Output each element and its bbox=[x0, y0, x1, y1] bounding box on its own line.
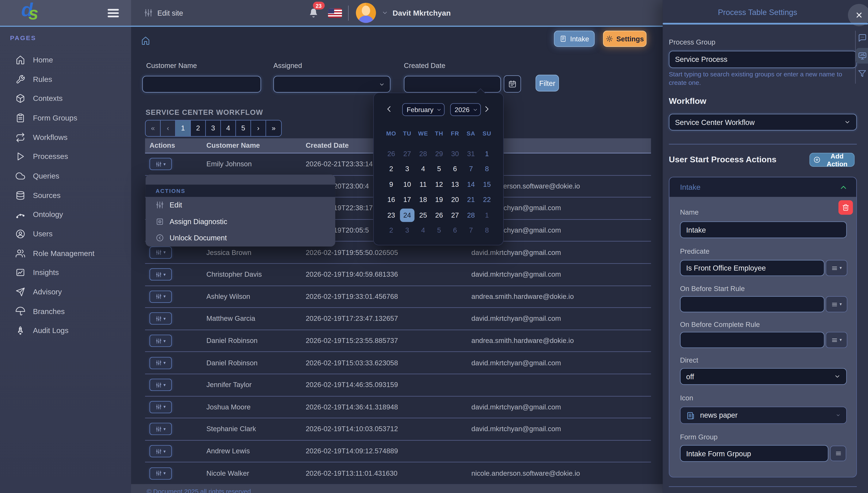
calendar-day[interactable]: 26 bbox=[383, 146, 399, 162]
row-actions-button[interactable]: ▾ bbox=[149, 379, 172, 391]
sidebar-item-workflows[interactable]: Workflows bbox=[0, 128, 131, 147]
edit-site-button[interactable]: Edit site bbox=[144, 0, 183, 26]
calendar-day[interactable]: 3 bbox=[399, 223, 415, 238]
row-actions-button[interactable]: ▾ bbox=[149, 357, 172, 369]
calendar-toggle-button[interactable] bbox=[504, 76, 521, 93]
sidebar-item-ontology[interactable]: Ontology bbox=[0, 205, 131, 224]
calendar-day[interactable]: 6 bbox=[447, 162, 463, 177]
sidebar-item-rules[interactable]: Rules bbox=[0, 70, 131, 89]
customer-name-input[interactable] bbox=[142, 76, 261, 92]
row-actions-button[interactable]: ▾ bbox=[149, 158, 172, 170]
chevron-down-icon[interactable] bbox=[381, 9, 388, 16]
calendar-day[interactable]: 17 bbox=[399, 192, 415, 208]
actions-menu-item-unlock-document[interactable]: Unlock Document bbox=[146, 230, 335, 246]
form-group-menu-button[interactable] bbox=[830, 446, 846, 461]
calendar-day[interactable]: 1 bbox=[479, 208, 495, 223]
calendar-day[interactable]: 23 bbox=[383, 208, 399, 223]
row-actions-button[interactable]: ▾ bbox=[149, 291, 172, 303]
pagination-cell-5[interactable]: 4 bbox=[221, 121, 236, 136]
calendar-day-selected[interactable]: 24 bbox=[400, 208, 415, 222]
row-actions-button[interactable]: ▾ bbox=[149, 467, 172, 479]
calendar-day[interactable]: 6 bbox=[447, 223, 463, 238]
calendar-day[interactable]: 25 bbox=[415, 208, 431, 223]
before-complete-rule-menu-button[interactable]: ▾ bbox=[826, 332, 847, 348]
sidebar-item-form-groups[interactable]: Form Groups bbox=[0, 108, 131, 128]
before-start-rule-menu-button[interactable]: ▾ bbox=[826, 296, 847, 312]
intake-button[interactable]: Intake bbox=[554, 30, 595, 47]
before-start-rule-input[interactable] bbox=[680, 296, 824, 312]
sidebar-item-processes[interactable]: Processes bbox=[0, 147, 131, 166]
user-name[interactable]: Davit Mkrtchyan bbox=[393, 9, 451, 17]
row-actions-button[interactable]: ▾ bbox=[149, 401, 172, 413]
sidebar-item-home[interactable]: Home bbox=[0, 50, 131, 70]
calendar-day[interactable]: 28 bbox=[415, 146, 431, 162]
year-select[interactable]: 2026 bbox=[450, 103, 481, 116]
process-board-tab-icon[interactable] bbox=[858, 51, 867, 60]
pagination-cell-6[interactable]: 5 bbox=[236, 121, 251, 136]
comments-tab-icon[interactable] bbox=[858, 34, 867, 42]
calendar-day[interactable]: 11 bbox=[415, 177, 431, 192]
before-complete-rule-input[interactable] bbox=[680, 332, 824, 348]
calendar-day[interactable]: 27 bbox=[399, 146, 415, 162]
calendar-day[interactable]: 31 bbox=[463, 146, 479, 162]
calendar-day[interactable]: 19 bbox=[431, 192, 447, 208]
pagination-cell-4[interactable]: 3 bbox=[206, 121, 221, 136]
row-actions-button[interactable]: ▾ bbox=[149, 313, 172, 325]
column-header-actions[interactable]: Actions bbox=[145, 142, 201, 149]
sidebar-item-queries[interactable]: Queries bbox=[0, 166, 131, 186]
pagination-cell-8[interactable]: » bbox=[266, 121, 281, 136]
pagination-cell-0[interactable]: « bbox=[146, 121, 161, 136]
sidebar-item-insights[interactable]: Insights bbox=[0, 263, 131, 282]
predicate-menu-button[interactable]: ▾ bbox=[826, 260, 847, 276]
calendar-day[interactable]: 7 bbox=[463, 223, 479, 238]
created-date-input[interactable] bbox=[404, 76, 501, 92]
language-flag-button[interactable] bbox=[328, 8, 342, 18]
process-group-input[interactable] bbox=[669, 51, 857, 68]
calendar-day[interactable]: 18 bbox=[415, 192, 431, 208]
filter-tab-icon[interactable] bbox=[858, 69, 866, 78]
previous-month-button[interactable] bbox=[385, 105, 393, 113]
pagination-cell-7[interactable]: › bbox=[251, 121, 266, 136]
user-avatar[interactable] bbox=[356, 3, 376, 23]
calendar-day[interactable]: 4 bbox=[415, 162, 431, 177]
calendar-day[interactable]: 15 bbox=[479, 177, 495, 192]
predicate-input[interactable] bbox=[680, 260, 824, 276]
calendar-day[interactable]: 13 bbox=[447, 177, 463, 192]
calendar-day[interactable]: 2 bbox=[383, 223, 399, 238]
row-actions-button[interactable]: ▾ bbox=[149, 335, 172, 347]
settings-button[interactable]: Settings bbox=[603, 30, 647, 47]
calendar-day[interactable]: 22 bbox=[479, 192, 495, 208]
column-header-customer-name[interactable]: Customer Name bbox=[201, 142, 300, 149]
direct-select[interactable]: off bbox=[680, 368, 847, 385]
icon-select[interactable]: news paper bbox=[680, 407, 847, 424]
calendar-day[interactable]: 5 bbox=[431, 223, 447, 238]
calendar-day[interactable]: 27 bbox=[447, 208, 463, 223]
row-actions-button[interactable]: ▾ bbox=[149, 269, 172, 281]
sidebar-toggle-button[interactable] bbox=[108, 9, 120, 17]
sidebar-item-audit-logs[interactable]: Audit Logs bbox=[0, 321, 131, 340]
assigned-select[interactable] bbox=[273, 76, 390, 92]
sidebar-item-branches[interactable]: Branches bbox=[0, 302, 131, 321]
workflow-select[interactable]: Service Center Workflow bbox=[669, 114, 857, 130]
calendar-day[interactable]: 7 bbox=[463, 162, 479, 177]
accordion-header[interactable]: Intake bbox=[669, 177, 856, 197]
sidebar-item-advisory[interactable]: Advisory bbox=[0, 282, 131, 302]
app-logo[interactable]: ds bbox=[21, 1, 46, 24]
calendar-day[interactable]: 9 bbox=[383, 177, 399, 192]
calendar-day[interactable]: 10 bbox=[399, 177, 415, 192]
form-group-input[interactable] bbox=[680, 445, 828, 462]
calendar-day[interactable]: 14 bbox=[463, 177, 479, 192]
next-month-button[interactable] bbox=[483, 105, 491, 113]
calendar-day[interactable]: 8 bbox=[479, 223, 495, 238]
calendar-day[interactable]: 20 bbox=[447, 192, 463, 208]
breadcrumb-home-icon[interactable] bbox=[141, 36, 150, 45]
sidebar-item-users[interactable]: Users bbox=[0, 224, 131, 244]
calendar-day[interactable]: 30 bbox=[447, 146, 463, 162]
sidebar-item-contexts[interactable]: Contexts bbox=[0, 89, 131, 108]
notifications-button[interactable]: 23 bbox=[303, 0, 324, 26]
add-action-button[interactable]: Add Action bbox=[809, 153, 855, 167]
action-name-input[interactable] bbox=[680, 221, 847, 238]
calendar-day[interactable]: 29 bbox=[431, 146, 447, 162]
calendar-day[interactable]: 1 bbox=[479, 146, 495, 162]
calendar-day[interactable]: 5 bbox=[431, 162, 447, 177]
